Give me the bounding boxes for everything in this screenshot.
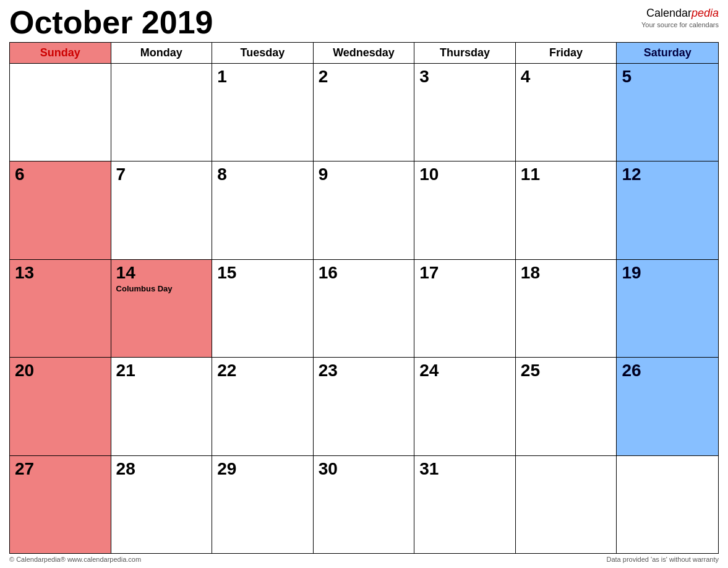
day-header-tuesday: Tuesday	[212, 43, 314, 63]
brand-italic: pedia	[692, 7, 719, 19]
brand-name: Calendarpedia	[641, 6, 719, 20]
day-cell-14: 14Columbus Day	[111, 260, 213, 357]
day-cell-15: 15	[212, 260, 314, 357]
weeks-container: 1234567891011121314Columbus Day151617181…	[10, 64, 718, 553]
day-number: 23	[319, 361, 409, 381]
day-cell-6: 6	[10, 161, 111, 259]
day-cell-21: 21	[111, 358, 213, 455]
day-number: 24	[419, 361, 510, 381]
day-number: 30	[319, 460, 409, 479]
day-number: 26	[622, 361, 713, 381]
day-cell-20: 20	[10, 358, 111, 455]
day-number: 1	[217, 67, 308, 87]
day-number: 11	[521, 165, 612, 184]
page-header: October 2019 Calendarpedia Your source f…	[9, 6, 719, 38]
day-number: 21	[116, 361, 207, 381]
day-number: 22	[217, 361, 308, 381]
day-cell-11: 11	[516, 161, 617, 259]
day-cell-17: 17	[414, 260, 516, 357]
day-number: 4	[521, 67, 612, 87]
day-cell-28: 28	[111, 456, 213, 553]
day-number: 19	[622, 264, 713, 283]
day-number: 28	[116, 460, 207, 479]
day-cell-9: 9	[314, 161, 415, 259]
day-cell-31: 31	[414, 456, 516, 553]
day-cell-23: 23	[314, 358, 415, 455]
day-number: 16	[319, 264, 409, 283]
day-cell-19: 19	[617, 260, 718, 357]
day-number: 5	[622, 67, 713, 87]
week-row-1: 6789101112	[10, 161, 718, 259]
day-cell-22: 22	[212, 358, 314, 455]
calendar-page: October 2019 Calendarpedia Your source f…	[0, 0, 728, 568]
day-header-sunday: Sunday	[10, 43, 111, 63]
day-number: 7	[116, 165, 207, 184]
day-number: 14	[116, 264, 207, 283]
day-number: 10	[419, 165, 510, 184]
day-header-thursday: Thursday	[414, 43, 516, 63]
brand-block: Calendarpedia Your source for calendars	[641, 6, 719, 30]
day-cell-16: 16	[314, 260, 415, 357]
day-cell-7: 7	[111, 161, 213, 259]
page-footer: © Calendarpedia® www.calendarpedia.com D…	[9, 554, 719, 565]
day-cell-2: 2	[314, 64, 415, 161]
day-cell-5: 5	[617, 64, 718, 161]
day-cell-26: 26	[617, 358, 718, 455]
day-number: 20	[15, 361, 106, 381]
week-row-2: 1314Columbus Day1516171819	[10, 260, 718, 358]
day-number: 13	[15, 264, 106, 283]
day-header-friday: Friday	[516, 43, 617, 63]
day-cell-27: 27	[10, 456, 111, 553]
day-cell-empty	[10, 64, 111, 161]
day-cell-3: 3	[414, 64, 516, 161]
day-number: 25	[521, 361, 612, 381]
day-number: 27	[15, 460, 106, 479]
day-number: 29	[217, 460, 308, 479]
day-number: 3	[419, 67, 510, 87]
day-header-wednesday: Wednesday	[314, 43, 415, 63]
week-row-3: 20212223242526	[10, 358, 718, 455]
day-cell-25: 25	[516, 358, 617, 455]
day-number: 31	[419, 460, 510, 479]
day-cell-8: 8	[212, 161, 314, 259]
month-title: October 2019	[9, 6, 213, 38]
day-number: 12	[622, 165, 713, 184]
day-cell-1: 1	[212, 64, 314, 161]
day-header-monday: Monday	[111, 43, 213, 63]
day-cell-empty	[617, 456, 718, 553]
week-row-4: 2728293031	[10, 456, 718, 553]
day-number: 2	[319, 67, 409, 87]
day-cell-4: 4	[516, 64, 617, 161]
day-cell-29: 29	[212, 456, 314, 553]
day-cell-13: 13	[10, 260, 111, 357]
calendar-grid: SundayMondayTuesdayWednesdayThursdayFrid…	[9, 42, 719, 554]
day-number: 17	[419, 264, 510, 283]
day-number: 18	[521, 264, 612, 283]
day-cell-10: 10	[414, 161, 516, 259]
day-cell-30: 30	[314, 456, 415, 553]
day-number: 6	[15, 165, 106, 184]
week-row-0: 12345	[10, 64, 718, 161]
day-cell-empty	[111, 64, 213, 161]
footer-right: Data provided 'as is' without warranty	[606, 556, 719, 563]
day-cell-empty	[516, 456, 617, 553]
day-number: 8	[217, 165, 308, 184]
day-cell-18: 18	[516, 260, 617, 357]
brand-tagline: Your source for calendars	[641, 20, 719, 29]
day-cell-12: 12	[617, 161, 718, 259]
holiday-label: Columbus Day	[116, 284, 207, 293]
day-number: 15	[217, 264, 308, 283]
day-number: 9	[319, 165, 409, 184]
footer-left: © Calendarpedia® www.calendarpedia.com	[9, 556, 141, 563]
day-cell-24: 24	[414, 358, 516, 455]
day-header-saturday: Saturday	[617, 43, 718, 63]
day-headers-row: SundayMondayTuesdayWednesdayThursdayFrid…	[10, 43, 718, 64]
